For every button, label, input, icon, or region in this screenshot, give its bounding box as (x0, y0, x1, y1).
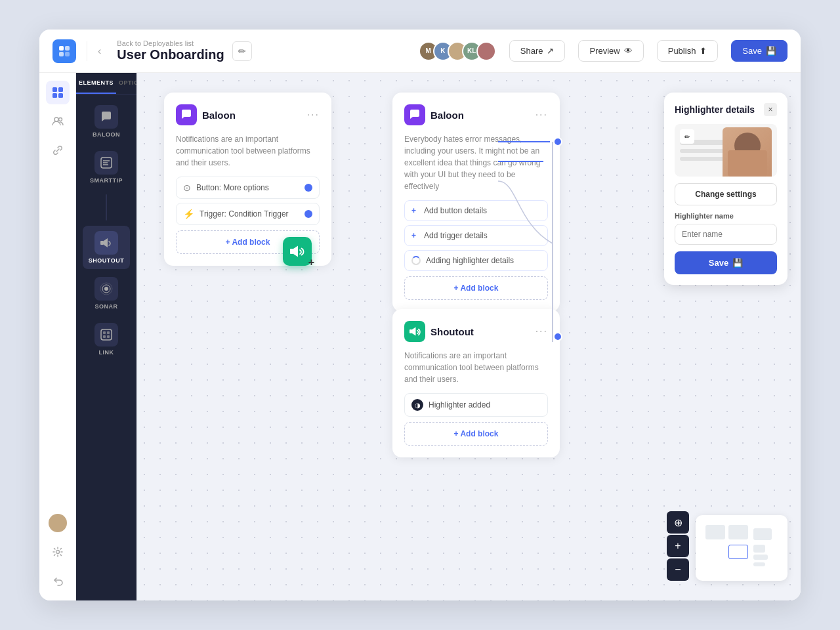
edit-title-button[interactable]: ✏ (232, 41, 252, 61)
preview-button[interactable]: Preview 👁 (578, 40, 643, 62)
zoom-out-button[interactable]: − (667, 558, 689, 581)
baloon-right-icon (404, 104, 425, 125)
svg-rect-1 (65, 46, 70, 51)
baloon-left-more[interactable]: ··· (307, 109, 320, 121)
add-trigger-details[interactable]: + Add trigger details (404, 225, 548, 246)
svg-rect-6 (52, 93, 57, 98)
svg-rect-3 (65, 52, 70, 56)
button-block[interactable]: ⊙ Button: More options (176, 177, 320, 199)
upload-icon: ⬆ (700, 46, 707, 56)
panel-header: Highlighter details × (675, 103, 777, 116)
panel-title: Highlighter details (675, 104, 755, 115)
svg-rect-24 (410, 329, 412, 333)
baloon-label: Baloon (93, 131, 120, 138)
sonar-icon (94, 277, 118, 301)
panel-save-icon: 💾 (732, 258, 743, 268)
panel-save-button[interactable]: Save 💾 (675, 251, 777, 274)
svg-rect-19 (101, 329, 112, 340)
card-shoutout: Shoutout ··· Notifications are an import… (392, 309, 560, 457)
baloon-icon (94, 105, 118, 129)
zoom-crosshair-button[interactable]: ⊕ (667, 511, 689, 534)
avatar (476, 41, 496, 61)
save-button[interactable]: Save 💾 (731, 40, 788, 62)
sidebar-tabs: Elements Options (76, 73, 136, 94)
svg-point-9 (58, 118, 62, 121)
adding-highlighter-details[interactable]: Adding highlighter details (404, 250, 548, 271)
shoutout-more[interactable]: ··· (536, 326, 548, 337)
sidebar-element-shoutout[interactable]: Shoutout (83, 226, 130, 269)
sidebar-item-users[interactable] (46, 110, 70, 133)
shoutout-description: Notifications are an important communica… (404, 350, 548, 385)
svg-rect-15 (100, 241, 104, 245)
add-block-button-right[interactable]: + Add block (404, 276, 548, 300)
drag-indicator[interactable]: + (283, 237, 312, 266)
highlighter-name-label: Highlighter name (675, 212, 777, 220)
sidebar-item-grid[interactable] (46, 81, 70, 104)
svg-point-10 (56, 551, 59, 554)
back-arrow[interactable]: ‹ (98, 45, 101, 57)
sidebar-element-sonar[interactable]: Sonar (83, 272, 130, 315)
add-button-details[interactable]: + Add button details (404, 200, 548, 221)
svg-rect-21 (107, 331, 110, 334)
zoom-in-button[interactable]: + (667, 535, 689, 557)
svg-rect-20 (103, 331, 106, 334)
svg-rect-0 (59, 46, 64, 51)
mini-map[interactable] (696, 515, 788, 581)
sidebar-item-undo[interactable] (46, 569, 70, 593)
sidebar-element-smarttip[interactable]: Smarttip (83, 146, 130, 189)
baloon-left-title: Baloon (202, 110, 302, 121)
button-block-icon: ⊙ (183, 182, 191, 193)
loading-spinner (411, 256, 421, 265)
baloon-right-title: Baloon (430, 110, 530, 121)
smarttip-icon (94, 151, 118, 175)
svg-rect-4 (52, 87, 57, 92)
eye-icon: 👁 (624, 46, 633, 56)
icon-sidebar (39, 73, 76, 600)
shoutout-label: Shoutout (89, 257, 124, 264)
link-element-icon (94, 323, 118, 346)
link-label: Link (99, 349, 114, 356)
tab-elements[interactable]: Elements (76, 73, 116, 94)
trigger-block-label: Trigger: Condition Trigger (200, 209, 289, 219)
header-back: Back to Deployables list User Onboarding (117, 39, 224, 62)
change-settings-button[interactable]: Change settings (675, 183, 777, 205)
smarttip-label: Smarttip (90, 177, 123, 184)
panel-edit-icon[interactable]: ✏ (680, 129, 694, 144)
dragging-shoutout-element[interactable] (283, 237, 312, 266)
sidebar-elements-list: Baloon Smarttip (76, 94, 136, 366)
sidebar-item-link[interactable] (46, 138, 70, 162)
svg-point-16 (104, 287, 108, 291)
mini-map-inner (702, 522, 781, 574)
sidebar-element-baloon[interactable]: Baloon (83, 100, 130, 143)
panel-image-area: ✏ (675, 124, 777, 177)
sidebar-item-user-avatar[interactable] (46, 511, 70, 535)
sidebar-item-settings[interactable] (46, 540, 70, 564)
shoutout-title: Shoutout (430, 326, 530, 337)
block-connector-2 (304, 210, 312, 218)
svg-rect-7 (58, 93, 63, 98)
sidebar-element-link[interactable]: Link (83, 318, 130, 361)
svg-rect-5 (58, 87, 63, 92)
card-baloon-left-header: Baloon ··· (176, 104, 320, 125)
highlighter-name-input[interactable] (675, 224, 777, 245)
highlighter-added-block[interactable]: ◑ Highlighter added (404, 393, 548, 417)
trigger-block[interactable]: ⚡ Trigger: Condition Trigger (176, 203, 320, 225)
panel-close-button[interactable]: × (764, 103, 777, 116)
share-button[interactable]: Share ↗ (509, 40, 566, 62)
back-link[interactable]: Back to Deployables list (117, 39, 224, 47)
page-title: User Onboarding (117, 47, 224, 62)
button-block-label: Button: More options (196, 183, 269, 192)
baloon-right-more[interactable]: ··· (536, 109, 548, 121)
drag-plus-icon: + (308, 257, 314, 268)
publish-button[interactable]: Publish ⬆ (657, 40, 719, 62)
sonar-label: Sonar (94, 303, 117, 310)
add-block-button-shoutout[interactable]: + Add block (404, 422, 548, 446)
card-shoutout-header: Shoutout ··· (404, 321, 548, 342)
connector-dot-2 (553, 332, 562, 341)
block-connector-1 (304, 184, 312, 192)
baloon-left-icon (176, 104, 197, 125)
highlighter-added-label: Highlighter added (429, 400, 490, 410)
highlighter-badge-icon: ◑ (411, 399, 423, 411)
canvas[interactable]: Baloon ··· Notifications are an importan… (136, 73, 801, 600)
baloon-left-description: Notifications are an important communica… (176, 133, 320, 169)
